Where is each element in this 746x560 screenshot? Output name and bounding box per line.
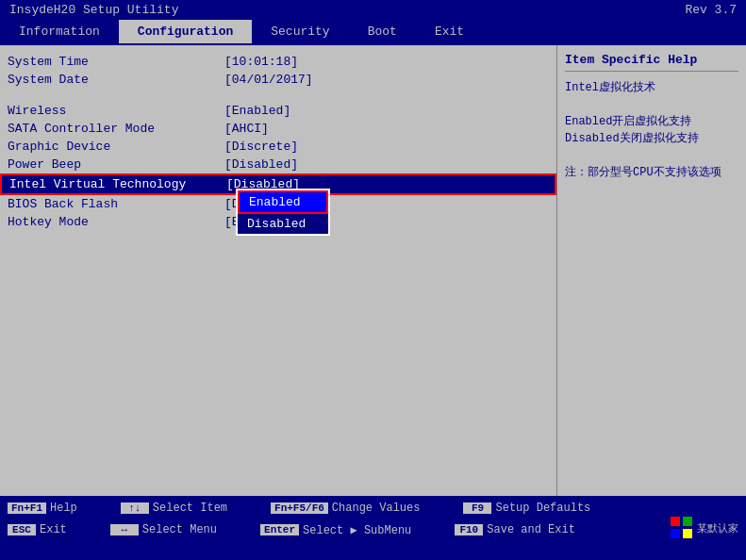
row-empty-1 <box>0 89 556 102</box>
dropdown-disabled[interactable]: Disabled <box>238 214 328 234</box>
save-exit-shortcut: F10 Save and Exit <box>455 523 575 537</box>
select-menu-shortcut: ↔ Select Menu <box>110 523 217 537</box>
help-title: Item Specific Help <box>565 53 738 72</box>
value-sata: [AHCI] <box>224 122 269 136</box>
help-line-6: 注：部分型号CPU不支持该选项 <box>565 164 738 181</box>
value-power-beep: [Disabled] <box>224 157 298 172</box>
nav-security[interactable]: Security <box>252 20 348 43</box>
row-power-beep[interactable]: Power Beep [Disabled] <box>0 156 556 173</box>
help-shortcut: Fn+F1 Help <box>8 502 77 515</box>
label-system-date: System Date <box>8 73 224 87</box>
nav-bar: Information Configuration Security Boot … <box>0 20 746 43</box>
change-values-label: Change Values <box>332 502 421 515</box>
label-wireless: Wireless <box>8 104 224 118</box>
exit-label: Exit <box>40 523 67 536</box>
change-values-shortcut: Fn+F5/F6 Change Values <box>271 502 420 515</box>
help-line-5 <box>565 147 738 164</box>
label-intel-vt: Intel Virtual Technology <box>9 177 226 191</box>
label-system-time: System Time <box>8 55 224 69</box>
value-graphic: [Discrete] <box>224 140 298 154</box>
value-wireless: [Enabled] <box>224 104 290 118</box>
help-line-4: Disabled关闭虚拟化支持 <box>565 130 738 147</box>
help-line-3: Enabled开启虚拟化支持 <box>565 113 738 130</box>
row-system-time[interactable]: System Time [10:01:18] <box>0 53 556 71</box>
label-bios-flash: BIOS Back Flash <box>8 197 224 211</box>
value-system-date: [04/01/2017] <box>224 73 313 87</box>
select-menu-label: Select Menu <box>142 523 217 536</box>
windows-text: 某默认家 <box>697 521 738 535</box>
label-hotkey: Hotkey Mode <box>8 215 224 229</box>
esc-key: ESC <box>8 524 36 535</box>
row-system-date[interactable]: System Date [04/01/2017] <box>0 71 556 89</box>
title-bar: InsydeH20 Setup Utility Rev 3.7 <box>0 0 746 20</box>
help-label: Help <box>50 502 77 515</box>
setup-defaults-label: Setup Defaults <box>495 502 590 515</box>
save-exit-label: Save and Exit <box>487 523 575 536</box>
windows-logo <box>671 517 693 539</box>
setup-defaults-shortcut: F9 Setup Defaults <box>463 502 590 515</box>
win-logo-q3 <box>671 529 680 538</box>
f10-key: F10 <box>455 524 483 535</box>
nav-information[interactable]: Information <box>0 20 119 43</box>
select-item-shortcut: ↑↓ Select Item <box>121 502 227 515</box>
windows-area: 某默认家 <box>671 517 738 539</box>
help-line-1: Intel虚拟化技术 <box>565 79 738 96</box>
main-area: System Time [10:01:18] System Date [04/0… <box>0 43 746 496</box>
bottom-row-2: ESC Exit ↔ Select Menu Enter Select ▶ Su… <box>8 522 738 538</box>
win-logo-q1 <box>671 517 680 526</box>
label-sata: SATA Controller Mode <box>8 122 224 136</box>
label-graphic: Graphic Device <box>8 140 224 154</box>
app-name: InsydeH20 Setup Utility <box>9 3 178 17</box>
row-sata[interactable]: SATA Controller Mode [AHCI] <box>0 120 556 138</box>
arrow-lr-key: ↔ <box>110 524 139 535</box>
select-label: Select ▶ SubMenu <box>303 523 411 537</box>
value-system-time: [10:01:18] <box>224 55 298 69</box>
help-panel: Item Specific Help Intel虚拟化技术 Enabled开启虚… <box>557 45 746 496</box>
version: Rev 3.7 <box>685 3 737 17</box>
nav-configuration[interactable]: Configuration <box>119 20 252 43</box>
f9-key: F9 <box>463 502 491 514</box>
bottom-row-1: Fn+F1 Help ↑↓ Select Item Fn+F5/F6 Chang… <box>8 501 738 516</box>
nav-exit[interactable]: Exit <box>416 20 483 43</box>
dropdown-popup: Enabled Disabled <box>236 189 330 236</box>
select-shortcut: Enter Select ▶ SubMenu <box>260 523 411 537</box>
win-logo-q2 <box>683 517 692 526</box>
dropdown-enabled[interactable]: Enabled <box>238 190 328 214</box>
win-logo-q4 <box>683 529 692 538</box>
nav-boot[interactable]: Boot <box>349 20 416 43</box>
help-line-2 <box>565 96 738 113</box>
enter-key: Enter <box>260 524 299 535</box>
row-graphic[interactable]: Graphic Device [Discrete] <box>0 138 556 156</box>
help-content: Intel虚拟化技术 Enabled开启虚拟化支持 Disabled关闭虚拟化支… <box>565 79 738 181</box>
arrow-ud-key: ↑↓ <box>121 502 149 514</box>
exit-shortcut: ESC Exit <box>8 523 67 537</box>
bottom-bar: Fn+F1 Help ↑↓ Select Item Fn+F5/F6 Chang… <box>0 496 746 543</box>
label-power-beep: Power Beep <box>8 157 224 172</box>
select-item-label: Select Item <box>153 502 227 515</box>
fn-f1-key: Fn+F1 <box>8 502 46 514</box>
fn-f5f6-key: Fn+F5/F6 <box>271 502 328 514</box>
config-panel: System Time [10:01:18] System Date [04/0… <box>0 45 557 496</box>
row-wireless[interactable]: Wireless [Enabled] <box>0 102 556 120</box>
